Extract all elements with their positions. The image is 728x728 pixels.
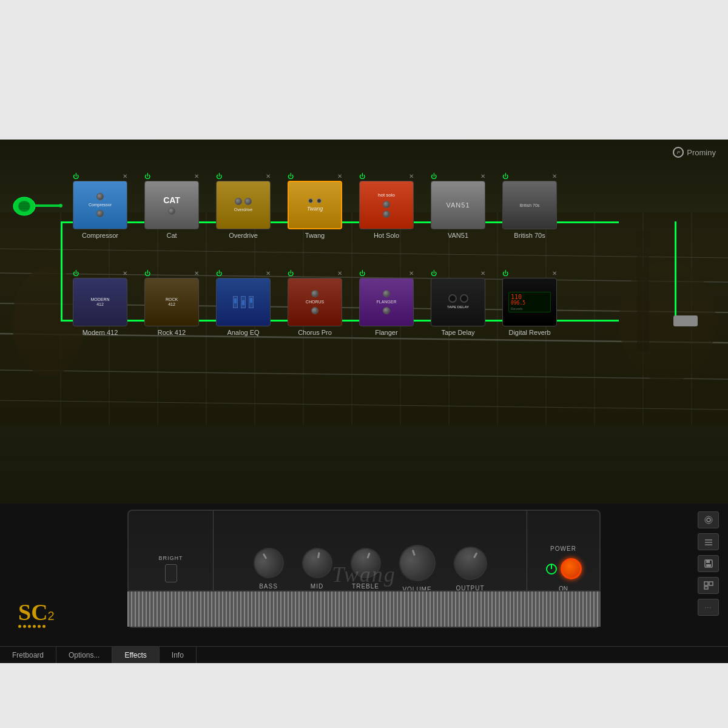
svg-rect-42 <box>704 582 708 585</box>
bright-switch[interactable] <box>165 564 177 582</box>
close-btn-van51[interactable]: ✕ <box>480 173 485 180</box>
tab-fretboard[interactable]: Fretboard <box>0 647 56 663</box>
pedal-label-british70s: British 70s <box>514 232 545 239</box>
layout-icon-btn[interactable] <box>698 577 719 594</box>
pedal-compressor[interactable]: ⏻ ✕ Compressor Compressor <box>67 173 133 239</box>
close-btn-overdrive[interactable]: ✕ <box>266 173 271 180</box>
power-btn-cat[interactable]: ⏻ <box>144 173 150 180</box>
output-knob[interactable] <box>447 540 493 585</box>
pedal-image-flanger[interactable]: FLANGER <box>359 278 414 326</box>
plugin-area: P Prominy ⏻ ✕ <box>0 140 728 504</box>
signal-line-right-v <box>675 221 676 322</box>
close-btn-choruspro[interactable]: ✕ <box>337 270 342 277</box>
svg-rect-43 <box>709 582 713 585</box>
pedal-digitalreverb[interactable]: ⏻ ✕ 110 096.5 Reverb Digital Reverb <box>496 270 563 336</box>
pedal-image-digitalreverb[interactable]: 110 096.5 Reverb <box>502 278 557 326</box>
pedal-modern412[interactable]: ⏻ ✕ MODERN412 Modern 412 <box>67 270 133 336</box>
power-btn-overdrive[interactable]: ⏻ <box>216 173 222 180</box>
signal-line-left-v <box>61 221 62 322</box>
pedal-image-rock412[interactable]: ROCK412 <box>144 278 199 326</box>
extra-icon-btn[interactable]: ··· <box>698 599 719 616</box>
pedal-image-choruspro[interactable]: CHORUS <box>288 278 342 326</box>
power-btn-modern412[interactable]: ⏻ <box>73 270 79 277</box>
save-icon-btn[interactable] <box>698 555 719 572</box>
pedal-image-overdrive[interactable]: Overdrive <box>216 181 271 229</box>
pedal-image-twang[interactable]: Twang <box>288 181 342 229</box>
pedal-label-van51: VAN51 <box>448 232 468 239</box>
layout-icon <box>704 581 713 590</box>
pedal-flanger[interactable]: ⏻ ✕ FLANGER Flanger <box>353 270 420 336</box>
pedal-analogeq[interactable]: ⏻ ✕ <box>210 270 277 336</box>
bass-knob[interactable] <box>248 542 289 584</box>
pedal-van51[interactable]: ⏻ ✕ VAN51 VAN51 <box>425 173 491 239</box>
close-btn-cat[interactable]: ✕ <box>194 173 199 180</box>
close-btn-hotsolo[interactable]: ✕ <box>409 173 414 180</box>
effects-row-1: ⏻ ✕ Compressor Compressor ⏻ ✕ CAT <box>67 173 563 239</box>
close-btn-tapedelay[interactable]: ✕ <box>480 270 485 277</box>
power-btn-van51[interactable]: ⏻ <box>431 173 437 180</box>
close-btn-rock412[interactable]: ✕ <box>194 270 199 277</box>
pedal-hotsolo[interactable]: ⏻ ✕ hot solo Hot Solo <box>353 173 420 239</box>
sc-text: SC <box>18 601 48 624</box>
volume-knob[interactable] <box>394 540 440 587</box>
amp-logo: Twang <box>332 562 396 587</box>
speaker-grille <box>127 590 601 627</box>
close-btn-modern412[interactable]: ✕ <box>123 270 127 277</box>
close-btn-british70s[interactable]: ✕ <box>552 173 557 180</box>
pedal-image-compressor[interactable]: Compressor <box>73 181 127 229</box>
power-btn-tapedelay[interactable]: ⏻ <box>431 270 437 277</box>
pedal-image-cat[interactable]: CAT <box>144 181 199 229</box>
tab-info[interactable]: Info <box>160 647 197 663</box>
power-btn-rock412[interactable]: ⏻ <box>144 270 150 277</box>
pedal-cat[interactable]: ⏻ ✕ CAT Cat <box>138 173 205 239</box>
pedal-label-modern412: Modern 412 <box>83 329 118 336</box>
svg-rect-40 <box>706 560 710 563</box>
pedal-image-analogeq[interactable] <box>216 278 271 326</box>
tab-effects[interactable]: Effects <box>112 647 159 663</box>
close-btn-compressor[interactable]: ✕ <box>123 173 127 180</box>
svg-point-35 <box>705 516 712 524</box>
power-btn-british70s[interactable]: ⏻ <box>502 173 508 180</box>
mid-knob[interactable] <box>300 545 335 581</box>
pedal-overdrive[interactable]: ⏻ ✕ Overdrive Overdrive <box>210 173 277 239</box>
pedal-label-twang: Twang <box>305 232 325 239</box>
mid-label: MID <box>311 583 323 590</box>
power-btn-digitalreverb[interactable]: ⏻ <box>502 270 508 277</box>
power-btn-compressor[interactable]: ⏻ <box>73 173 79 180</box>
pedal-label-flanger: Flanger <box>375 329 397 336</box>
power-btn-analogeq[interactable]: ⏻ <box>216 270 222 277</box>
bass-label: BASS <box>259 583 278 590</box>
svg-point-34 <box>707 518 710 522</box>
power-btn-flanger[interactable]: ⏻ <box>359 270 365 277</box>
pedal-label-rock412: Rock 412 <box>158 329 186 336</box>
power-btn-twang[interactable]: ⏻ <box>288 173 294 180</box>
pedal-image-modern412[interactable]: MODERN412 <box>73 278 127 326</box>
tab-options[interactable]: Options... <box>56 647 112 663</box>
pedal-image-tapedelay[interactable]: TAPE DELAY <box>431 278 485 326</box>
power-icon <box>545 563 558 575</box>
bright-label: BRIGHT <box>158 555 183 561</box>
pedal-image-hotsolo[interactable]: hot solo <box>359 181 414 229</box>
pedal-rock412[interactable]: ⏻ ✕ ROCK412 Rock 412 <box>138 270 205 336</box>
mixer-icon-btn[interactable] <box>698 533 719 550</box>
svg-rect-23 <box>637 231 649 352</box>
power-btn-choruspro[interactable]: ⏻ <box>288 270 294 277</box>
pedal-image-van51[interactable]: VAN51 <box>431 181 485 229</box>
power-switch[interactable] <box>561 558 582 579</box>
pedal-british70s[interactable]: ⏻ ✕ British 70s British 70s <box>496 173 563 239</box>
sc-dots <box>18 625 46 628</box>
reverb-display-line1: 110 <box>511 294 548 300</box>
pedal-tapedelay[interactable]: ⏻ ✕ TAPE DELAY Tape Delay <box>425 270 491 336</box>
guitar-icon <box>12 191 64 218</box>
pedal-image-british70s[interactable]: British 70s <box>502 181 557 229</box>
close-btn-digitalreverb[interactable]: ✕ <box>552 270 557 277</box>
power-btn-hotsolo[interactable]: ⏻ <box>359 173 365 180</box>
pedal-chorus-pro[interactable]: ⏻ ✕ CHORUS Chorus Pro <box>281 270 348 336</box>
pedal-twang[interactable]: ⏻ ✕ Twang Twang <box>281 173 348 239</box>
close-btn-twang[interactable]: ✕ <box>337 173 342 180</box>
svg-rect-26 <box>32 204 62 207</box>
close-btn-flanger[interactable]: ✕ <box>409 270 414 277</box>
settings-icon-btn[interactable] <box>698 511 719 528</box>
reverb-display-line3: Reverb <box>511 307 548 311</box>
close-btn-analogeq[interactable]: ✕ <box>266 270 271 277</box>
